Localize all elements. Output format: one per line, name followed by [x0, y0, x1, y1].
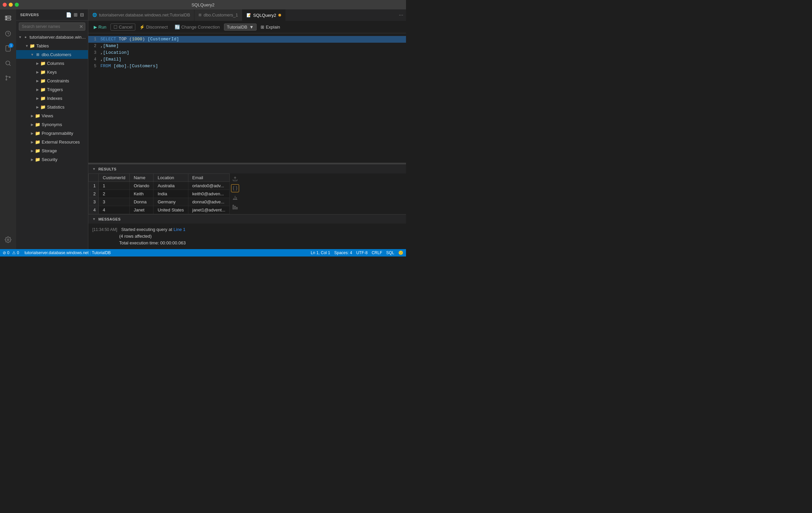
- status-encoding[interactable]: UTF-8: [356, 250, 368, 255]
- results-content: CustomerId Name Location Email 1 1: [88, 173, 406, 214]
- results-panel-header: ▼ RESULTS: [88, 164, 406, 173]
- sidebar: SERVERS 📄 ⊞ ⊟ ✕ ▼ ● tutorialserver.datab…: [16, 9, 88, 249]
- message-execution-time: Total execution time: 00:00:00.063: [92, 240, 402, 246]
- run-button[interactable]: ▶ Run: [91, 24, 109, 31]
- tab-server[interactable]: 🌐 tutorialserver.database.windows.net:Tu…: [88, 9, 195, 21]
- tree-programmability[interactable]: ▶ 📁 Programmability: [16, 129, 88, 137]
- editor-section[interactable]: 1 SELECT TOP (1000) [CustomerId] 2 ,[Nam…: [88, 33, 406, 163]
- tree-external-resources[interactable]: ▶ 📁 External Resources: [16, 137, 88, 146]
- cancel-button[interactable]: ☐ Cancel: [111, 24, 135, 31]
- tree-statistics[interactable]: ▶ 📁 Statistics: [16, 103, 88, 111]
- chart-view-icon[interactable]: [231, 194, 239, 202]
- tables-arrow: ▼: [24, 43, 30, 48]
- settings-icon[interactable]: [1, 233, 15, 246]
- security-folder-icon: 📁: [35, 157, 40, 162]
- app-body: 1 SERVERS 📄 ⊞ ⊟: [0, 9, 406, 249]
- security-label: Security: [41, 157, 57, 162]
- tree-views[interactable]: ▶ 📁 Views: [16, 111, 88, 120]
- indexes-label: Indexes: [47, 96, 62, 101]
- columns-folder-icon: 📁: [40, 60, 46, 66]
- search-input[interactable]: [19, 23, 85, 31]
- status-warnings[interactable]: ⚠ 0: [12, 250, 19, 255]
- external-resources-folder-icon: 📁: [35, 139, 40, 144]
- synonyms-label: Synonyms: [41, 122, 62, 127]
- disconnect-button[interactable]: ⚡ Disconnect: [137, 24, 170, 31]
- tab-query[interactable]: 📝 SQLQuery2: [242, 9, 285, 21]
- close-button[interactable]: [3, 3, 7, 7]
- tree-keys[interactable]: ▶ 📁 Keys: [16, 68, 88, 76]
- table-row: 4 4 Janet United States janet1@advent...: [89, 206, 230, 214]
- svg-point-5: [6, 61, 10, 65]
- sidebar-item-servers[interactable]: [1, 12, 15, 26]
- new-server-icon[interactable]: ⊞: [74, 12, 78, 18]
- statistics-arrow: ▶: [35, 104, 40, 110]
- columns-label: Columns: [47, 61, 64, 66]
- sidebar-item-git[interactable]: [1, 71, 15, 85]
- results-table: CustomerId Name Location Email 1 1: [88, 173, 230, 214]
- views-folder-icon: 📁: [35, 113, 40, 118]
- synonyms-folder-icon: 📁: [35, 122, 40, 127]
- new-query-icon[interactable]: 📄: [66, 12, 72, 18]
- export-icon[interactable]: [231, 175, 239, 183]
- status-position[interactable]: Ln 1, Col 1: [311, 250, 330, 255]
- sidebar-item-search[interactable]: [1, 56, 15, 70]
- tree-security[interactable]: ▶ 📁 Security: [16, 155, 88, 164]
- messages-panel-header: ▼ MESSAGES: [88, 214, 406, 223]
- tree-tables[interactable]: ▼ 📁 Tables: [16, 42, 88, 50]
- collapse-icon[interactable]: ⊟: [80, 12, 84, 18]
- messages-collapse-icon[interactable]: ▼: [92, 217, 96, 221]
- row-2-customerid: 2: [99, 190, 129, 198]
- message-line-1: [11:34:50 AM] Started executing query at…: [92, 226, 402, 233]
- tree-constraints[interactable]: ▶ 📁 Constraints: [16, 76, 88, 85]
- explain-button[interactable]: ⊞ Explain: [261, 25, 280, 30]
- database-selector[interactable]: TutorialDB ▼: [224, 24, 257, 31]
- results-collapse-icon[interactable]: ▼: [92, 167, 96, 171]
- columns-arrow: ▶: [35, 60, 40, 66]
- server-tree: ▼ ● tutorialserver.database.windows.n...…: [16, 33, 88, 249]
- constraints-arrow: ▶: [35, 78, 40, 83]
- editor-area[interactable]: 1 SELECT TOP (1000) [CustomerId] 2 ,[Nam…: [88, 33, 406, 72]
- programmability-arrow: ▶: [30, 130, 35, 136]
- status-spaces[interactable]: Spaces: 4: [334, 250, 352, 255]
- tree-columns[interactable]: ▶ 📁 Columns: [16, 59, 88, 68]
- maximize-button[interactable]: [15, 3, 19, 7]
- app-title: SQLQuery2: [192, 2, 214, 7]
- status-smiley[interactable]: 🙂: [398, 250, 403, 255]
- status-language[interactable]: SQL: [386, 250, 394, 255]
- tree-storage[interactable]: ▶ 📁 Storage: [16, 146, 88, 155]
- search-box: ✕: [16, 21, 88, 33]
- status-line-ending[interactable]: CRLF: [372, 250, 382, 255]
- row-2-location: India: [153, 190, 188, 198]
- server-root[interactable]: ▼ ● tutorialserver.database.windows.n...: [16, 33, 88, 42]
- triggers-label: Triggers: [47, 87, 63, 92]
- row-3-customerid: 3: [99, 198, 129, 206]
- json-view-icon[interactable]: [231, 184, 239, 192]
- tree-triggers[interactable]: ▶ 📁 Triggers: [16, 85, 88, 94]
- sidebar-item-history[interactable]: [1, 27, 15, 40]
- results-table-wrapper[interactable]: CustomerId Name Location Email 1 1: [88, 173, 230, 214]
- row-1-customerid: 1: [99, 182, 129, 190]
- tab-customers[interactable]: ⊞ dbo.Customers_1: [195, 9, 242, 21]
- tab-customers-label: dbo.Customers_1: [203, 12, 238, 18]
- status-errors[interactable]: ⊘ 0: [3, 250, 9, 255]
- tree-synonyms[interactable]: ▶ 📁 Synonyms: [16, 120, 88, 129]
- minimize-button[interactable]: [9, 3, 13, 7]
- row-1-name: Orlando: [129, 182, 153, 190]
- db-name: TutorialDB: [227, 25, 248, 30]
- change-connection-button[interactable]: 🔄 Change Connection: [172, 24, 223, 31]
- line-content-2: ,[Name]: [100, 43, 119, 49]
- search-clear-icon[interactable]: ✕: [79, 24, 83, 29]
- tab-more-button[interactable]: ···: [396, 9, 406, 21]
- bar-chart-icon[interactable]: [231, 203, 239, 211]
- tree-indexes[interactable]: ▶ 📁 Indexes: [16, 94, 88, 103]
- sidebar-item-files[interactable]: 1: [1, 42, 15, 55]
- status-server[interactable]: tutorialserver.database.windows.net : Tu…: [25, 250, 111, 255]
- run-icon: ▶: [94, 25, 97, 30]
- tree-dbo-customers[interactable]: ▼ ⊞ dbo.Customers: [16, 50, 88, 59]
- server-name: tutorialserver.database.windows.n...: [30, 35, 88, 40]
- message-link[interactable]: Line 1: [174, 226, 185, 233]
- line-content-1: SELECT TOP (1000) [CustomerId]: [100, 36, 179, 43]
- row-2-num: 2: [89, 190, 99, 198]
- messages-panel-title: MESSAGES: [98, 217, 121, 221]
- col-header-customerid: CustomerId: [99, 174, 129, 182]
